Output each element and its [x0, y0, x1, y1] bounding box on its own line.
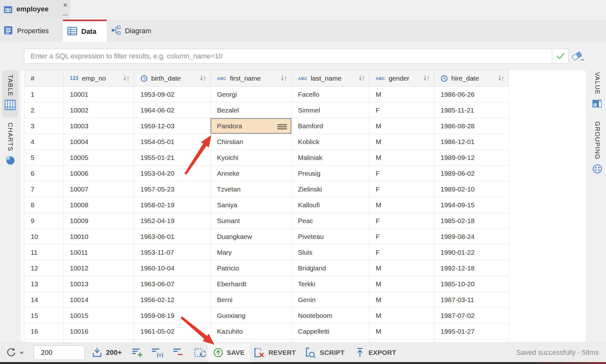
cell-last_name[interactable]: Sluis — [292, 245, 369, 260]
tab-properties[interactable]: Properties — [0, 20, 63, 42]
add-row-button[interactable] — [132, 343, 144, 362]
cell-emp_no[interactable]: 10016 — [64, 324, 134, 339]
cell-first_name[interactable]: Bezalel — [211, 102, 292, 118]
tab-diagram[interactable]: Diagram — [107, 20, 178, 42]
cell-last_name[interactable]: Facello — [292, 87, 369, 102]
sort-icon[interactable] — [497, 74, 505, 82]
column-header-hire_date[interactable]: hire_date — [434, 70, 509, 87]
row-number[interactable]: 4 — [24, 134, 64, 150]
cell-first_name[interactable]: Anneke — [211, 166, 292, 181]
cell-emp_no[interactable]: 10005 — [64, 150, 134, 166]
cell-first_name[interactable]: Tzvetan — [211, 181, 292, 197]
selected-cell[interactable]: Pandora — [211, 118, 292, 134]
cell-hire_date[interactable]: 1992-12-18 — [434, 260, 509, 276]
cell-first_name[interactable]: Eberhardt — [211, 276, 292, 292]
cell-gender[interactable]: F — [369, 181, 434, 197]
row-number[interactable]: 11 — [24, 245, 64, 260]
save-button[interactable]: SAVE — [213, 343, 244, 362]
sort-icon[interactable] — [122, 74, 131, 82]
cell-emp_no[interactable]: 10008 — [64, 197, 134, 213]
cell-emp_no[interactable]: 10004 — [64, 134, 134, 150]
cell-first_name[interactable]: Sumant — [211, 213, 292, 229]
cell-emp_no[interactable]: 10013 — [64, 276, 134, 292]
row-number[interactable]: 7 — [24, 181, 64, 197]
cell-gender[interactable]: M — [369, 87, 434, 102]
cell-last_name[interactable]: Cappelletti — [292, 324, 369, 339]
cell-last_name[interactable]: Bridgland — [292, 260, 369, 276]
script-button[interactable]: SCRIPT — [304, 343, 344, 362]
cell-last_name[interactable]: Peac — [292, 213, 369, 229]
cell-gender[interactable]: M — [369, 276, 434, 292]
cell-emp_no[interactable]: 10012 — [64, 260, 134, 276]
cell-emp_no[interactable]: 10007 — [64, 181, 134, 197]
cell-gender[interactable]: M — [369, 260, 434, 276]
cell-gender[interactable]: F — [369, 229, 434, 245]
cell-gender[interactable]: M — [369, 150, 434, 166]
cell-birth_date[interactable]: 1954-05-01 — [134, 134, 211, 150]
delete-row-button[interactable] — [173, 343, 185, 362]
cell-last_name[interactable]: Bamford — [292, 118, 369, 134]
cell-menu-icon[interactable] — [277, 124, 287, 131]
row-number[interactable]: 12 — [24, 260, 64, 276]
cell-emp_no[interactable]: 10010 — [64, 229, 134, 245]
row-number[interactable]: 1 — [24, 87, 64, 102]
cell-hire_date[interactable]: 1994-09-15 — [434, 197, 509, 213]
column-header-first_name[interactable]: ABCfirst_name — [211, 70, 292, 87]
fetch-size-input[interactable] — [34, 345, 85, 360]
close-icon[interactable]: × — [61, 1, 69, 9]
cell-hire_date[interactable]: 1986-08-28 — [434, 118, 509, 134]
filter-input[interactable]: Enter a SQL expression to filter results… — [24, 49, 569, 64]
cell-birth_date[interactable]: 1959-08-19 — [134, 308, 211, 324]
cell-hire_date[interactable]: 1995-01-27 — [434, 324, 509, 339]
cell-first_name[interactable]: Chirstian — [211, 134, 292, 150]
cell-last_name[interactable]: Piveteau — [292, 229, 369, 245]
cell-gender[interactable]: M — [369, 134, 434, 150]
cell-hire_date[interactable]: 1985-11-21 — [434, 102, 509, 118]
cell-birth_date[interactable]: 1957-05-23 — [134, 181, 211, 197]
cell-hire_date[interactable]: 1990-01-22 — [434, 245, 509, 260]
cell-last_name[interactable]: Zielinski — [292, 181, 369, 197]
cell-birth_date[interactable]: 1955-01-21 — [134, 150, 211, 166]
cell-gender[interactable]: M — [369, 118, 434, 134]
panel-tab-value[interactable]: VALUE I — [589, 72, 605, 109]
cell-birth_date[interactable]: 1964-06-02 — [134, 102, 211, 118]
cell-emp_no[interactable]: 10009 — [64, 213, 134, 229]
panel-tab-charts[interactable]: CHARTS — [2, 121, 18, 175]
cell-gender[interactable]: F — [369, 245, 434, 260]
cell-birth_date[interactable]: 1959-12-03 — [134, 118, 211, 134]
row-number[interactable]: 15 — [24, 308, 64, 324]
row-number[interactable]: 10 — [24, 229, 64, 245]
revert-button[interactable]: REVERT — [253, 343, 296, 362]
overflow-icon[interactable]: … — [61, 11, 69, 17]
sort-icon[interactable] — [423, 74, 431, 82]
cell-hire_date[interactable]: 1989-09-12 — [434, 150, 509, 166]
row-number[interactable]: 5 — [24, 150, 64, 166]
cell-hire_date[interactable]: 1985-10-20 — [434, 276, 509, 292]
cell-birth_date[interactable]: 1953-11-07 — [134, 245, 211, 260]
cell-gender[interactable]: M — [369, 308, 434, 324]
cell-last_name[interactable]: Kalloufi — [292, 197, 369, 213]
row-number[interactable]: 8 — [24, 197, 64, 213]
refresh-cell-button[interactable] — [194, 343, 206, 362]
cell-first_name[interactable]: Saniya — [211, 197, 292, 213]
cell-birth_date[interactable]: 1953-04-20 — [134, 166, 211, 181]
row-number[interactable]: 9 — [24, 213, 64, 229]
editor-tab-employee[interactable]: employee × … — [0, 0, 70, 20]
column-header-last_name[interactable]: ABClast_name — [292, 70, 369, 87]
cell-last_name[interactable]: Nooteboom — [292, 308, 369, 324]
column-header-gender[interactable]: ABCgender — [369, 70, 434, 87]
sort-icon[interactable] — [280, 74, 288, 82]
cell-gender[interactable]: F — [369, 166, 434, 181]
panel-tab-grouping[interactable]: GROUPING — [589, 121, 605, 175]
cell-birth_date[interactable]: 1960-10-04 — [134, 260, 211, 276]
row-number[interactable]: 6 — [24, 166, 64, 181]
cell-gender[interactable]: F — [369, 213, 434, 229]
cell-first_name[interactable]: Kyoichi — [211, 150, 292, 166]
cell-first_name[interactable]: Patricio — [211, 260, 292, 276]
cell-birth_date[interactable]: 1963-06-07 — [134, 276, 211, 292]
cell-first_name[interactable]: Kazuhito — [211, 324, 292, 339]
cell-gender[interactable]: M — [369, 197, 434, 213]
cell-birth_date[interactable]: 1961-05-02 — [134, 324, 211, 339]
cell-birth_date[interactable]: 1952-04-19 — [134, 213, 211, 229]
cell-last_name[interactable]: Terkki — [292, 276, 369, 292]
